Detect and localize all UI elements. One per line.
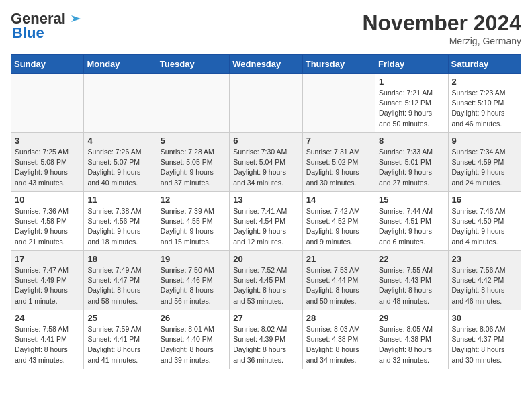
calendar-week-row: 17Sunrise: 7:47 AM Sunset: 4:49 PM Dayli… xyxy=(11,251,521,310)
day-info: Sunrise: 7:28 AM Sunset: 5:05 PM Dayligh… xyxy=(161,147,226,188)
calendar-cell xyxy=(230,74,302,133)
day-number: 18 xyxy=(87,254,152,264)
day-info: Sunrise: 7:55 AM Sunset: 4:43 PM Dayligh… xyxy=(379,265,444,306)
day-info: Sunrise: 7:25 AM Sunset: 5:08 PM Dayligh… xyxy=(15,147,80,188)
day-info: Sunrise: 7:42 AM Sunset: 4:52 PM Dayligh… xyxy=(306,206,371,247)
calendar-cell: 29Sunrise: 8:05 AM Sunset: 4:38 PM Dayli… xyxy=(375,310,448,369)
day-info: Sunrise: 7:52 AM Sunset: 4:45 PM Dayligh… xyxy=(233,265,298,306)
header-tuesday: Tuesday xyxy=(157,55,229,74)
calendar-cell: 30Sunrise: 8:06 AM Sunset: 4:37 PM Dayli… xyxy=(448,310,521,369)
calendar-week-row: 3Sunrise: 7:25 AM Sunset: 5:08 PM Daylig… xyxy=(11,133,521,192)
calendar-cell: 18Sunrise: 7:49 AM Sunset: 4:47 PM Dayli… xyxy=(84,251,157,310)
day-info: Sunrise: 7:58 AM Sunset: 4:41 PM Dayligh… xyxy=(15,324,80,365)
day-info: Sunrise: 8:01 AM Sunset: 4:40 PM Dayligh… xyxy=(161,324,226,365)
day-number: 16 xyxy=(452,195,517,205)
calendar-cell: 19Sunrise: 7:50 AM Sunset: 4:46 PM Dayli… xyxy=(157,251,229,310)
location: Merzig, Germany xyxy=(362,36,521,46)
day-info: Sunrise: 7:41 AM Sunset: 4:54 PM Dayligh… xyxy=(233,206,298,247)
day-number: 13 xyxy=(233,195,298,205)
calendar-cell: 24Sunrise: 7:58 AM Sunset: 4:41 PM Dayli… xyxy=(11,310,84,369)
day-info: Sunrise: 7:26 AM Sunset: 5:07 PM Dayligh… xyxy=(87,147,152,188)
calendar-cell xyxy=(302,74,375,133)
day-number: 23 xyxy=(452,254,517,264)
day-number: 12 xyxy=(161,195,226,205)
day-info: Sunrise: 7:49 AM Sunset: 4:47 PM Dayligh… xyxy=(87,265,152,306)
day-info: Sunrise: 7:21 AM Sunset: 5:12 PM Dayligh… xyxy=(379,88,444,129)
day-number: 14 xyxy=(306,195,371,205)
calendar-cell: 1Sunrise: 7:21 AM Sunset: 5:12 PM Daylig… xyxy=(375,74,448,133)
day-number: 20 xyxy=(233,254,298,264)
calendar-cell: 20Sunrise: 7:52 AM Sunset: 4:45 PM Dayli… xyxy=(230,251,302,310)
day-info: Sunrise: 7:39 AM Sunset: 4:55 PM Dayligh… xyxy=(161,206,226,247)
calendar-cell xyxy=(84,74,157,133)
calendar-cell: 17Sunrise: 7:47 AM Sunset: 4:49 PM Dayli… xyxy=(11,251,84,310)
day-number: 25 xyxy=(87,313,152,323)
svg-marker-0 xyxy=(71,15,81,22)
calendar-cell: 2Sunrise: 7:23 AM Sunset: 5:10 PM Daylig… xyxy=(448,74,521,133)
calendar-table: SundayMondayTuesdayWednesdayThursdayFrid… xyxy=(11,54,521,369)
day-info: Sunrise: 7:44 AM Sunset: 4:51 PM Dayligh… xyxy=(379,206,444,247)
calendar-cell: 3Sunrise: 7:25 AM Sunset: 5:08 PM Daylig… xyxy=(11,133,84,192)
day-info: Sunrise: 7:36 AM Sunset: 4:58 PM Dayligh… xyxy=(15,206,80,247)
day-info: Sunrise: 7:56 AM Sunset: 4:42 PM Dayligh… xyxy=(452,265,517,306)
calendar-cell: 4Sunrise: 7:26 AM Sunset: 5:07 PM Daylig… xyxy=(84,133,157,192)
day-number: 29 xyxy=(379,313,444,323)
day-number: 26 xyxy=(161,313,226,323)
calendar-cell: 9Sunrise: 7:34 AM Sunset: 4:59 PM Daylig… xyxy=(448,133,521,192)
day-number: 8 xyxy=(379,136,444,146)
day-number: 27 xyxy=(233,313,298,323)
header-saturday: Saturday xyxy=(448,55,521,74)
calendar-cell: 23Sunrise: 7:56 AM Sunset: 4:42 PM Dayli… xyxy=(448,251,521,310)
day-info: Sunrise: 7:38 AM Sunset: 4:56 PM Dayligh… xyxy=(87,206,152,247)
calendar-cell: 12Sunrise: 7:39 AM Sunset: 4:55 PM Dayli… xyxy=(157,192,229,251)
day-number: 6 xyxy=(233,136,298,146)
day-info: Sunrise: 7:23 AM Sunset: 5:10 PM Dayligh… xyxy=(452,88,517,129)
calendar-cell: 7Sunrise: 7:31 AM Sunset: 5:02 PM Daylig… xyxy=(302,133,375,192)
calendar-cell: 22Sunrise: 7:55 AM Sunset: 4:43 PM Dayli… xyxy=(375,251,448,310)
calendar-cell: 28Sunrise: 8:03 AM Sunset: 4:38 PM Dayli… xyxy=(302,310,375,369)
calendar-cell: 15Sunrise: 7:44 AM Sunset: 4:51 PM Dayli… xyxy=(375,192,448,251)
calendar-cell xyxy=(11,74,84,133)
calendar-cell: 25Sunrise: 7:59 AM Sunset: 4:41 PM Dayli… xyxy=(84,310,157,369)
page-header: General Blue November 2024 Merzig, Germa… xyxy=(11,11,521,46)
day-number: 9 xyxy=(452,136,517,146)
day-number: 10 xyxy=(15,195,80,205)
day-info: Sunrise: 7:34 AM Sunset: 4:59 PM Dayligh… xyxy=(452,147,517,188)
calendar-cell xyxy=(157,74,229,133)
header-friday: Friday xyxy=(375,55,448,74)
header-monday: Monday xyxy=(84,55,157,74)
calendar-week-row: 10Sunrise: 7:36 AM Sunset: 4:58 PM Dayli… xyxy=(11,192,521,251)
day-info: Sunrise: 8:03 AM Sunset: 4:38 PM Dayligh… xyxy=(306,324,371,365)
calendar-cell: 16Sunrise: 7:46 AM Sunset: 4:50 PM Dayli… xyxy=(448,192,521,251)
calendar-cell: 6Sunrise: 7:30 AM Sunset: 5:04 PM Daylig… xyxy=(230,133,302,192)
calendar-cell: 5Sunrise: 7:28 AM Sunset: 5:05 PM Daylig… xyxy=(157,133,229,192)
day-info: Sunrise: 8:05 AM Sunset: 4:38 PM Dayligh… xyxy=(379,324,444,365)
day-number: 15 xyxy=(379,195,444,205)
day-info: Sunrise: 7:59 AM Sunset: 4:41 PM Dayligh… xyxy=(87,324,152,365)
calendar-cell: 14Sunrise: 7:42 AM Sunset: 4:52 PM Dayli… xyxy=(302,192,375,251)
header-sunday: Sunday xyxy=(11,55,84,74)
header-thursday: Thursday xyxy=(302,55,375,74)
calendar-cell: 11Sunrise: 7:38 AM Sunset: 4:56 PM Dayli… xyxy=(84,192,157,251)
day-number: 21 xyxy=(306,254,371,264)
day-number: 17 xyxy=(15,254,80,264)
logo-blue-text: Blue xyxy=(12,24,44,42)
day-info: Sunrise: 7:50 AM Sunset: 4:46 PM Dayligh… xyxy=(161,265,226,306)
day-number: 2 xyxy=(452,77,517,87)
calendar-cell: 21Sunrise: 7:53 AM Sunset: 4:44 PM Dayli… xyxy=(302,251,375,310)
day-number: 24 xyxy=(15,313,80,323)
month-title: November 2024 xyxy=(362,11,521,36)
calendar-week-row: 24Sunrise: 7:58 AM Sunset: 4:41 PM Dayli… xyxy=(11,310,521,369)
day-info: Sunrise: 7:47 AM Sunset: 4:49 PM Dayligh… xyxy=(15,265,80,306)
day-info: Sunrise: 7:30 AM Sunset: 5:04 PM Dayligh… xyxy=(233,147,298,188)
day-info: Sunrise: 7:46 AM Sunset: 4:50 PM Dayligh… xyxy=(452,206,517,247)
day-number: 28 xyxy=(306,313,371,323)
calendar-cell: 10Sunrise: 7:36 AM Sunset: 4:58 PM Dayli… xyxy=(11,192,84,251)
day-number: 11 xyxy=(87,195,152,205)
day-number: 30 xyxy=(452,313,517,323)
header-wednesday: Wednesday xyxy=(230,55,302,74)
day-number: 19 xyxy=(161,254,226,264)
calendar-cell: 27Sunrise: 8:02 AM Sunset: 4:39 PM Dayli… xyxy=(230,310,302,369)
day-number: 22 xyxy=(379,254,444,264)
day-number: 4 xyxy=(87,136,152,146)
